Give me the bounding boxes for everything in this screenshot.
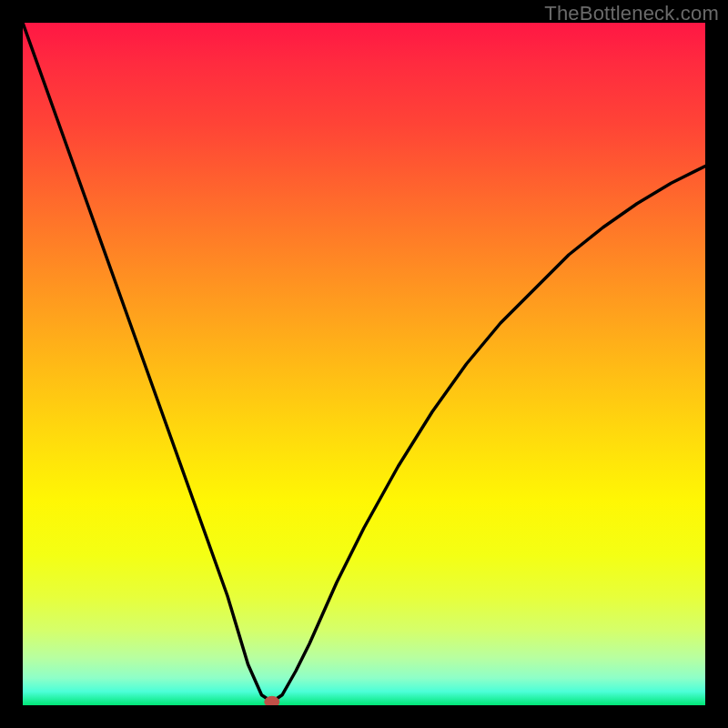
watermark-text: TheBottleneck.com	[544, 2, 719, 25]
bottleneck-curve	[23, 23, 705, 702]
minimum-marker	[265, 696, 279, 705]
chart-svg	[23, 23, 705, 705]
chart-frame	[23, 23, 705, 705]
